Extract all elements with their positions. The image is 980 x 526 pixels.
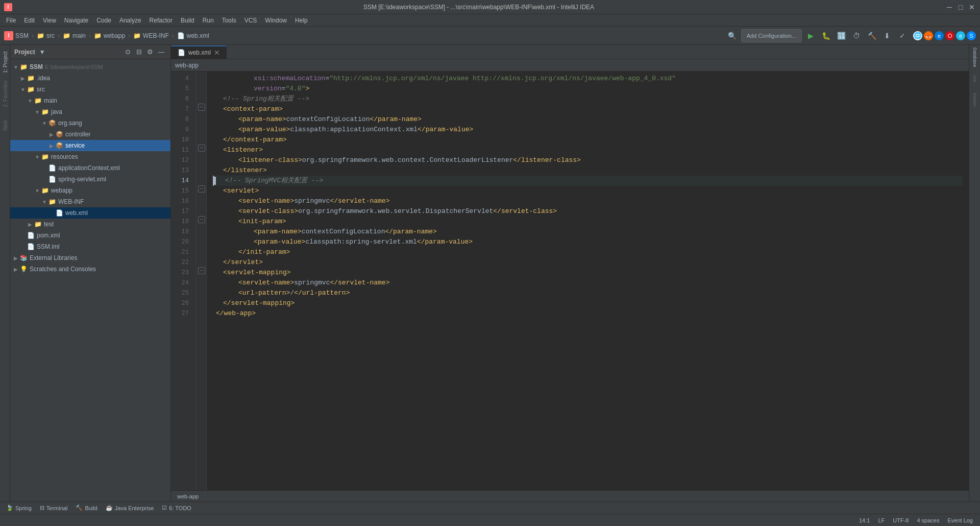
- tree-app-context[interactable]: ▶ 📄 applicationContext.xml: [10, 162, 170, 174]
- breadcrumb-webinf[interactable]: WEB-INF: [143, 32, 169, 39]
- tree-main[interactable]: ▼ 📁 main: [10, 95, 170, 106]
- opera-icon[interactable]: O: [945, 31, 954, 40]
- menu-window[interactable]: Window: [261, 16, 291, 25]
- debug-button[interactable]: 🐛: [819, 29, 832, 42]
- run-button[interactable]: ▶: [804, 29, 817, 42]
- tree-ssm-iml[interactable]: ▶ 📄 SSM.iml: [10, 241, 170, 252]
- tree-idea[interactable]: ▶ 📁 .idea: [10, 73, 170, 84]
- bottom-tab-java-enterprise[interactable]: ☕ Java Enterprise: [102, 504, 158, 512]
- gutter-23[interactable]: −: [197, 266, 206, 276]
- edge-icon[interactable]: e: [935, 31, 944, 40]
- vcs-update-button[interactable]: ⬇: [880, 29, 894, 42]
- sidebar-item-project[interactable]: 1: Project: [1, 47, 10, 78]
- code-26-tag: </servlet-mapping>: [223, 298, 295, 308]
- title-bar-left: I: [4, 3, 12, 11]
- line-num-4: 4: [171, 74, 192, 84]
- tree-root-ssm[interactable]: ▼ 📁 SSM E:\ideaworkspace\SSM: [10, 61, 170, 73]
- tree-java[interactable]: ▼ 📁 java: [10, 106, 170, 117]
- sidebar-item-web[interactable]: Web: [1, 110, 10, 141]
- bottom-tab-build[interactable]: 🔨 Build: [71, 504, 101, 512]
- maximize-button[interactable]: □: [957, 3, 965, 11]
- tree-service[interactable]: ▶ 📦 service: [10, 140, 170, 151]
- menu-analyze[interactable]: Analyze: [115, 16, 145, 25]
- tree-org-sang[interactable]: ▼ 📦 org.sang: [10, 117, 170, 129]
- menu-tools[interactable]: Tools: [218, 16, 240, 25]
- bottom-tab-spring[interactable]: 🍃 Spring: [2, 504, 36, 512]
- profile-button[interactable]: ⏱: [850, 29, 863, 42]
- gutter-15[interactable]: −: [197, 184, 206, 194]
- right-sidebar-database[interactable]: Database: [970, 47, 979, 67]
- status-event-log[interactable]: Event Log: [944, 517, 976, 523]
- code-content[interactable]: xsi:schemaLocation="http://xmlns.jcp.org…: [207, 71, 969, 490]
- menu-file[interactable]: File: [2, 16, 20, 25]
- chrome-icon[interactable]: 🌐: [913, 31, 922, 40]
- right-sidebar-ant[interactable]: Ant: [970, 68, 979, 89]
- tree-external-libs[interactable]: ▶ 📚 External Libraries: [10, 252, 170, 264]
- tree-pom[interactable]: ▶ 📄 pom.xml: [10, 230, 170, 241]
- bottom-tab-todo[interactable]: ☑ 6: TODO: [158, 504, 195, 512]
- status-position[interactable]: 14:1: [856, 517, 873, 523]
- project-settings-button[interactable]: ⚙: [145, 47, 155, 57]
- firefox-icon[interactable]: 🦊: [924, 31, 933, 40]
- menu-run[interactable]: Run: [199, 16, 218, 25]
- status-line-sep[interactable]: LF: [875, 517, 888, 523]
- status-indent[interactable]: 4 spaces: [914, 517, 942, 523]
- menu-code[interactable]: Code: [92, 16, 115, 25]
- menu-build[interactable]: Build: [177, 16, 199, 25]
- run-configuration-button[interactable]: Add Configuration...: [741, 29, 802, 42]
- fold-23[interactable]: −: [198, 267, 205, 274]
- status-encoding[interactable]: UTF-8: [890, 517, 912, 523]
- tree-src[interactable]: ▼ 📁 src: [10, 84, 170, 95]
- fold-15[interactable]: −: [198, 185, 205, 193]
- tree-resources[interactable]: ▼ 📁 resources: [10, 151, 170, 162]
- project-minimize-button[interactable]: —: [156, 47, 166, 57]
- tab-close-button[interactable]: ✕: [214, 49, 220, 57]
- line-num-24: 24: [171, 278, 192, 288]
- search-everywhere-button[interactable]: 🔍: [726, 29, 739, 42]
- code-line-17: <servlet-class>org.springframework.web.s…: [213, 206, 963, 217]
- menu-navigate[interactable]: Navigate: [60, 16, 92, 25]
- tree-webxml[interactable]: ▶ 📄 web.xml: [10, 207, 170, 219]
- breadcrumb-src[interactable]: src: [46, 32, 55, 39]
- bottom-tab-terminal[interactable]: ⊟ Terminal: [36, 504, 72, 512]
- tree-scratches[interactable]: ▶ 💡 Scratches and Consoles: [10, 264, 170, 275]
- menu-help[interactable]: Help: [291, 16, 312, 25]
- ie-icon[interactable]: e: [956, 31, 965, 40]
- gutter-7[interactable]: −: [197, 102, 206, 112]
- sidebar-item-favorites[interactable]: 2: Favorites: [1, 79, 10, 109]
- breadcrumb-webxml[interactable]: web.xml: [187, 32, 209, 39]
- code-line-8: <param-name>contextConfigLocation</param…: [213, 114, 963, 125]
- title-bar-controls[interactable]: ─ □ ✕: [945, 3, 976, 11]
- tree-webapp[interactable]: ▼ 📁 webapp: [10, 185, 170, 196]
- close-button[interactable]: ✕: [968, 3, 976, 11]
- breadcrumb-ssm[interactable]: SSM: [15, 32, 29, 39]
- tree-controller[interactable]: ▶ 📦 controller: [10, 129, 170, 140]
- tree-webinf[interactable]: ▼ 📁 WEB-INF: [10, 196, 170, 207]
- editor-breadcrumb-webapp[interactable]: web-app: [175, 62, 199, 69]
- safari-icon[interactable]: S: [967, 31, 976, 40]
- breadcrumb-main[interactable]: main: [72, 32, 86, 39]
- code-area[interactable]: 4 5 6 7 8 9 10 11 12 13 14 15 16 17 18 1…: [171, 71, 969, 490]
- project-locate-button[interactable]: ⊙: [122, 47, 133, 57]
- fold-11[interactable]: −: [198, 145, 205, 152]
- tree-spring-servlet[interactable]: ▶ 📄 spring-servlet.xml: [10, 174, 170, 185]
- menu-edit[interactable]: Edit: [20, 16, 39, 25]
- project-collapse-button[interactable]: ⊟: [134, 47, 144, 57]
- tree-test[interactable]: ▶ 📁 test: [10, 219, 170, 230]
- project-panel-dropdown[interactable]: ▼: [39, 49, 45, 56]
- gutter-18[interactable]: −: [197, 214, 206, 225]
- menu-vcs[interactable]: VCS: [240, 16, 261, 25]
- right-sidebar-maven[interactable]: Maven: [970, 90, 979, 110]
- fold-7[interactable]: −: [198, 104, 205, 111]
- menu-view[interactable]: View: [39, 16, 60, 25]
- menu-refactor[interactable]: Refactor: [145, 16, 177, 25]
- bottom-tabs: 🍃 Spring ⊟ Terminal 🔨 Build ☕ Java Enter…: [0, 501, 980, 514]
- vcs-commit-button[interactable]: ✓: [896, 29, 909, 42]
- gutter-11[interactable]: −: [197, 143, 206, 153]
- breadcrumb-webapp[interactable]: webapp: [104, 32, 125, 39]
- minimize-button[interactable]: ─: [945, 3, 953, 11]
- editor-tab-webxml[interactable]: 📄 web.xml ✕: [171, 45, 227, 59]
- build-project-button[interactable]: 🔨: [865, 29, 878, 42]
- coverage-button[interactable]: 🔢: [835, 29, 848, 42]
- fold-18[interactable]: −: [198, 216, 205, 223]
